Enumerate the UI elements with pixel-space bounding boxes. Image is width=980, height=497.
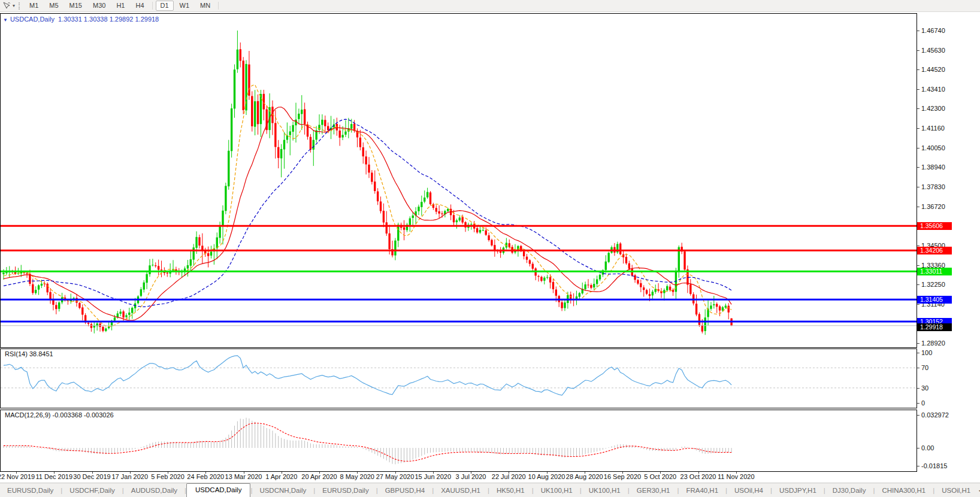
chart-tab-usdchf-daily[interactable]: USDCHF,Daily [62,484,122,497]
date-tick-label: 13 Mar 2020 [225,473,262,480]
toolbar-separator [218,2,219,10]
date-axis-tick [395,472,396,474]
rsi-pane[interactable] [0,348,917,408]
date-axis-tick [622,472,623,474]
chart-cursor-tool[interactable]: ▾ [2,2,15,10]
chart-tab-usoil-h1[interactable]: USOil,H1 [934,484,978,497]
timeframe-buttons: M1M5M15M30H1H4D1W1MN [24,1,221,11]
timeframe-button-h4[interactable]: H4 [131,1,149,11]
price-tick-label: 1.36720 [921,203,945,210]
dropdown-caret-icon: ▾ [13,3,15,8]
timeframe-button-m5[interactable]: M5 [44,1,63,11]
price-level-label: 1.33011 [917,268,952,275]
timeframe-button-w1[interactable]: W1 [175,1,195,11]
macd-tick-label: 0.00 [921,444,934,451]
rsi-tick-label: 100 [921,349,932,356]
date-tick-label: 22 Nov 2019 [0,473,35,480]
chart-tab-audusd-daily[interactable]: AUDUSD,Daily [124,484,184,497]
toolbar-grip[interactable] [19,2,20,10]
date-axis-tick [471,472,471,474]
date-axis-tick [509,472,509,474]
price-tick-label: 1.43410 [921,86,945,93]
price-tick-label: 1.40050 [921,144,945,151]
macd-pane[interactable] [0,410,917,472]
date-tick-label: 11 Dec 2019 [35,473,72,480]
date-axis-tick [54,472,55,474]
chart-tab-ger30-h1[interactable]: GER30,H1 [630,484,677,497]
chart-tab-eurusd-daily[interactable]: EURUSD,Daily [315,484,376,497]
chart-tab-uk100-h1[interactable]: UK100,H1 [582,484,628,497]
axis-tick [917,284,919,285]
chart-tab-dj30-daily[interactable]: DJ30,Daily [825,484,873,497]
chart-ohlc-values: 1.30331 1.30338 1.29892 1.29918 [58,16,159,23]
timeframe-button-h1[interactable]: H1 [111,1,129,11]
date-tick-label: 5 Oct 2020 [644,473,676,480]
chart-tab-fra40-h1[interactable]: FRA40,H1 [679,484,725,497]
date-axis-tick [357,472,358,474]
chart-tab-usdcad-daily[interactable]: USDCAD,Daily [186,483,250,497]
date-tick-label: 10 Aug 2020 [528,473,565,480]
timeframe-button-m1[interactable]: M1 [25,1,43,11]
price-chart-pane[interactable] [0,13,917,348]
rsi-tick-label: 70 [921,364,928,371]
toolbar-separator [152,2,153,10]
chart-tab-gbpusd-h4[interactable]: GBPUSD,H4 [378,484,432,497]
date-axis-tick [660,472,661,474]
axis-tick [917,31,919,31]
date-tick-label: 20 Apr 2020 [301,473,337,480]
chart-tab-hk50-h1[interactable]: HK50,H1 [489,484,532,497]
rsi-tick-label: 0 [921,399,925,407]
axis-tick [917,304,919,305]
chart-symbol-label: USDCAD,Daily [10,16,55,23]
chart-tab-eurusd-daily[interactable]: EURUSD,Daily [0,484,61,497]
crosshair-pointer-icon [2,2,11,10]
chart-tab-usdjpy-h1[interactable]: USDJPY,H1 [772,484,824,497]
date-axis-tick [319,472,320,474]
date-axis-tick [92,472,93,474]
axis-tick [917,128,919,129]
date-tick-label: 24 Feb 2020 [187,473,224,480]
axis-tick [917,403,919,404]
date-axis-tick [736,472,737,474]
date-tick-label: 15 Jun 2020 [415,473,451,480]
timeframe-button-mn[interactable]: MN [195,1,215,11]
axis-tick [917,167,919,168]
macd-tick-label: -0.01815 [921,462,947,469]
date-tick-label: 8 May 2020 [340,473,374,480]
price-tick-label: 1.42300 [921,105,945,112]
price-level-label: 1.34206 [917,247,952,254]
date-tick-label: 3 Jul 2020 [456,473,486,480]
date-tick-label: 23 Oct 2020 [680,473,716,480]
date-axis-tick [547,472,548,474]
price-tick-label: 1.28920 [921,340,945,347]
tab-scroll-left-icon[interactable]: ◄ [978,488,980,493]
axis-tick [917,50,919,51]
date-tick-label: 30 Dec 2019 [73,473,110,480]
chart-tab-xauusd-h1[interactable]: XAUUSD,H1 [434,484,488,497]
timeframe-button-m30[interactable]: M30 [88,1,110,11]
macd-tick-label: 0.032972 [921,411,949,419]
date-tick-label: 1 Apr 2020 [265,473,297,480]
collapse-objects-icon[interactable]: ▼ [3,17,8,23]
price-tick-label: 1.46740 [921,27,945,34]
chart-tab-uk100-h1[interactable]: UK100,H1 [534,484,580,497]
current-price-label: 1.29918 [917,323,952,331]
date-tick-label: 11 Nov 2020 [718,473,755,480]
axis-tick [917,388,919,389]
timeframe-button-m15[interactable]: M15 [65,1,87,11]
date-axis-tick [168,472,168,474]
price-tick-label: 1.32250 [921,281,945,288]
chart-tab-usoil-h4[interactable]: USOil,H4 [727,484,770,497]
rsi-tick-label: 30 [921,384,928,392]
rsi-indicator-label: RSI(14) 38.8451 [5,350,53,357]
date-axis-tick [282,472,282,474]
axis-tick [917,246,919,246]
chart-tab-china300-h1[interactable]: CHINA300,H1 [875,484,933,497]
date-tick-label: 22 Jul 2020 [492,473,526,480]
chart-tab-bar: EURUSD,Daily|USDCHF,Daily|AUDUSD,Daily|U… [0,483,980,497]
chart-tab-usdcnh-daily[interactable]: USDCNH,Daily [252,484,313,497]
axis-tick [917,343,919,344]
axis-tick [917,207,919,207]
timeframe-button-d1[interactable]: D1 [156,1,174,11]
date-axis-tick [130,472,131,474]
